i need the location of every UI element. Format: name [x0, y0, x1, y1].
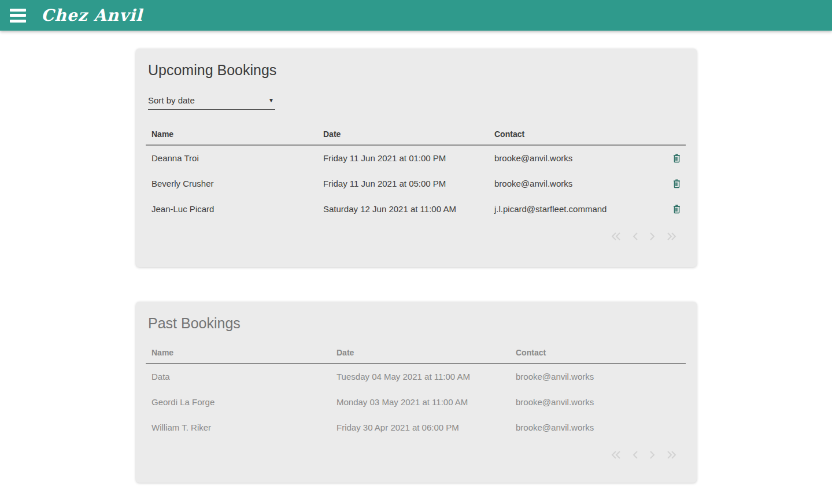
sort-by-dropdown[interactable]: Sort by date ▼	[148, 95, 275, 110]
booking-row: Deanna Troi Friday 11 Jun 2021 at 01:00 …	[146, 145, 686, 171]
past-bookings-card: Past Bookings Name Date Contact Data Tue…	[136, 302, 697, 483]
table-header-row: Name Date Contact	[146, 122, 686, 145]
past-bookings-title: Past Bookings	[148, 314, 686, 332]
booking-contact: j.l.picard@starfleet.command	[489, 196, 663, 221]
app-header: Chez Anvil	[0, 0, 832, 31]
booking-date: Friday 30 Apr 2021 at 06:00 PM	[331, 414, 510, 440]
booking-name: William T. Riker	[146, 414, 331, 440]
booking-date: Friday 11 Jun 2021 at 05:00 PM	[317, 171, 489, 196]
menu-button[interactable]	[10, 9, 26, 23]
hamburger-icon	[10, 9, 26, 12]
column-header-actions	[663, 122, 686, 145]
last-page-icon	[666, 232, 678, 241]
pagination-previous-button[interactable]	[630, 449, 640, 461]
booking-row: Beverly Crusher Friday 11 Jun 2021 at 05…	[146, 171, 686, 196]
booking-contact: brooke@anvil.works	[510, 414, 686, 440]
previous-page-icon	[631, 450, 639, 459]
booking-name: Beverly Crusher	[146, 171, 317, 196]
trash-icon	[672, 153, 681, 163]
booking-date: Tuesday 04 May 2021 at 11:00 AM	[331, 364, 510, 389]
booking-name: Data	[146, 364, 331, 389]
table-header-row: Name Date Contact	[146, 340, 686, 364]
first-page-icon	[610, 232, 622, 241]
past-pagination	[146, 443, 686, 466]
delete-booking-button[interactable]	[671, 152, 682, 164]
sort-by-dropdown-value: Sort by date	[148, 95, 195, 105]
pagination-last-button[interactable]	[665, 449, 679, 461]
delete-booking-button[interactable]	[671, 177, 682, 190]
column-header-name: Name	[146, 340, 331, 364]
booking-contact: brooke@anvil.works	[510, 364, 686, 389]
column-header-name: Name	[146, 122, 317, 145]
booking-date: Friday 11 Jun 2021 at 01:00 PM	[317, 145, 489, 171]
column-header-contact: Contact	[510, 340, 686, 364]
column-header-contact: Contact	[489, 122, 663, 145]
booking-date: Saturday 12 Jun 2021 at 11:00 AM	[317, 196, 489, 221]
booking-row: William T. Riker Friday 30 Apr 2021 at 0…	[146, 414, 686, 440]
next-page-icon	[649, 450, 656, 459]
first-page-icon	[610, 450, 622, 459]
pagination-first-button[interactable]	[609, 231, 623, 242]
pagination-first-button[interactable]	[609, 449, 623, 461]
booking-name: Jean-Luc Picard	[146, 196, 317, 221]
delete-booking-button[interactable]	[671, 203, 682, 215]
booking-name: Deanna Troi	[146, 145, 317, 171]
pagination-next-button[interactable]	[648, 449, 657, 461]
app-logo: Chez Anvil	[41, 0, 143, 31]
trash-icon	[672, 179, 681, 188]
trash-icon	[672, 204, 681, 214]
past-bookings-table: Name Date Contact Data Tuesday 04 May 20…	[146, 340, 686, 440]
upcoming-bookings-table: Name Date Contact Deanna Troi Friday 11 …	[146, 122, 686, 221]
next-page-icon	[649, 232, 656, 241]
booking-row: Geordi La Forge Monday 03 May 2021 at 11…	[146, 389, 686, 414]
column-header-date: Date	[331, 340, 510, 364]
booking-contact: brooke@anvil.works	[510, 389, 686, 414]
column-header-date: Date	[317, 122, 489, 145]
pagination-last-button[interactable]	[665, 231, 679, 242]
booking-contact: brooke@anvil.works	[489, 145, 663, 171]
pagination-previous-button[interactable]	[630, 231, 640, 242]
booking-date: Monday 03 May 2021 at 11:00 AM	[331, 389, 510, 414]
dropdown-arrow-icon: ▼	[268, 97, 274, 103]
pagination-next-button[interactable]	[648, 231, 657, 242]
booking-row: Jean-Luc Picard Saturday 12 Jun 2021 at …	[146, 196, 686, 221]
upcoming-pagination	[146, 225, 686, 248]
booking-contact: brooke@anvil.works	[489, 171, 663, 196]
upcoming-bookings-card: Upcoming Bookings Sort by date ▼ Name Da…	[136, 49, 697, 267]
page-content: Upcoming Bookings Sort by date ▼ Name Da…	[0, 49, 832, 483]
upcoming-bookings-title: Upcoming Bookings	[148, 61, 686, 79]
booking-row: Data Tuesday 04 May 2021 at 11:00 AM bro…	[146, 364, 686, 389]
last-page-icon	[666, 450, 678, 459]
previous-page-icon	[631, 232, 639, 241]
booking-name: Geordi La Forge	[146, 389, 331, 414]
